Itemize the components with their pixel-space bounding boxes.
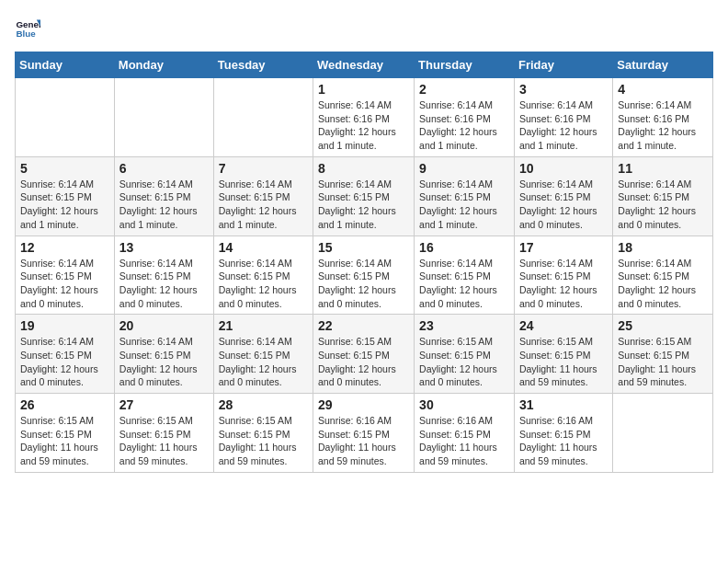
day-info: Sunrise: 6:14 AM Sunset: 6:15 PM Dayligh…: [318, 257, 409, 311]
col-header-friday: Friday: [514, 52, 612, 78]
day-info: Sunrise: 6:14 AM Sunset: 6:15 PM Dayligh…: [219, 178, 308, 232]
calendar-cell: 22Sunrise: 6:15 AM Sunset: 6:15 PM Dayli…: [313, 315, 415, 394]
day-info: Sunrise: 6:15 AM Sunset: 6:15 PM Dayligh…: [519, 335, 608, 389]
day-info: Sunrise: 6:14 AM Sunset: 6:15 PM Dayligh…: [119, 335, 209, 389]
day-number: 29: [318, 397, 409, 412]
day-number: 2: [419, 82, 509, 97]
day-info: Sunrise: 6:14 AM Sunset: 6:15 PM Dayligh…: [419, 257, 509, 311]
day-number: 20: [119, 318, 209, 333]
calendar-cell: 23Sunrise: 6:15 AM Sunset: 6:15 PM Dayli…: [415, 315, 515, 394]
day-info: Sunrise: 6:14 AM Sunset: 6:16 PM Dayligh…: [318, 98, 409, 153]
day-info: Sunrise: 6:14 AM Sunset: 6:15 PM Dayligh…: [519, 178, 608, 232]
svg-text:Blue: Blue: [16, 29, 36, 39]
day-info: Sunrise: 6:15 AM Sunset: 6:15 PM Dayligh…: [318, 335, 409, 389]
day-info: Sunrise: 6:14 AM Sunset: 6:15 PM Dayligh…: [119, 257, 209, 311]
calendar-cell: 4Sunrise: 6:14 AM Sunset: 6:16 PM Daylig…: [613, 78, 713, 157]
calendar-cell: 30Sunrise: 6:16 AM Sunset: 6:15 PM Dayli…: [415, 394, 515, 473]
day-info: Sunrise: 6:14 AM Sunset: 6:15 PM Dayligh…: [119, 178, 209, 232]
calendar-cell: 3Sunrise: 6:14 AM Sunset: 6:16 PM Daylig…: [514, 78, 612, 157]
day-number: 31: [519, 397, 608, 412]
calendar-cell: 7Sunrise: 6:14 AM Sunset: 6:15 PM Daylig…: [213, 156, 313, 236]
calendar-cell: 6Sunrise: 6:14 AM Sunset: 6:15 PM Daylig…: [114, 156, 213, 236]
day-number: 1: [318, 82, 409, 97]
day-info: Sunrise: 6:14 AM Sunset: 6:15 PM Dayligh…: [419, 178, 509, 232]
logo: General Blue: [15, 15, 44, 40]
calendar-cell: 25Sunrise: 6:15 AM Sunset: 6:15 PM Dayli…: [613, 315, 713, 394]
day-number: 25: [618, 318, 708, 333]
calendar-table: SundayMondayTuesdayWednesdayThursdayFrid…: [15, 52, 713, 473]
calendar-cell: 31Sunrise: 6:16 AM Sunset: 6:15 PM Dayli…: [514, 394, 612, 473]
day-number: 12: [20, 240, 109, 255]
day-number: 22: [318, 318, 409, 333]
calendar-cell: 13Sunrise: 6:14 AM Sunset: 6:15 PM Dayli…: [114, 236, 213, 315]
day-number: 11: [618, 161, 708, 176]
day-info: Sunrise: 6:14 AM Sunset: 6:16 PM Dayligh…: [618, 98, 708, 153]
col-header-tuesday: Tuesday: [213, 52, 313, 78]
calendar-cell: 9Sunrise: 6:14 AM Sunset: 6:15 PM Daylig…: [415, 156, 515, 236]
day-number: 28: [219, 397, 308, 412]
day-number: 24: [519, 318, 608, 333]
day-number: 30: [419, 397, 509, 412]
day-number: 9: [419, 161, 509, 176]
day-number: 7: [219, 161, 308, 176]
col-header-sunday: Sunday: [16, 52, 115, 78]
calendar-cell: 24Sunrise: 6:15 AM Sunset: 6:15 PM Dayli…: [514, 315, 612, 394]
calendar-cell: 11Sunrise: 6:14 AM Sunset: 6:15 PM Dayli…: [613, 156, 713, 236]
day-number: 27: [119, 397, 209, 412]
day-info: Sunrise: 6:14 AM Sunset: 6:15 PM Dayligh…: [20, 257, 109, 311]
day-info: Sunrise: 6:14 AM Sunset: 6:15 PM Dayligh…: [219, 257, 308, 311]
day-number: 6: [119, 161, 209, 176]
calendar-cell: 10Sunrise: 6:14 AM Sunset: 6:15 PM Dayli…: [514, 156, 612, 236]
day-number: 23: [419, 318, 509, 333]
calendar-cell: 1Sunrise: 6:14 AM Sunset: 6:16 PM Daylig…: [313, 78, 415, 157]
calendar-cell: 12Sunrise: 6:14 AM Sunset: 6:15 PM Dayli…: [16, 236, 115, 315]
day-info: Sunrise: 6:15 AM Sunset: 6:15 PM Dayligh…: [119, 414, 209, 468]
page-header: General Blue: [15, 15, 713, 40]
calendar-cell: [16, 78, 115, 157]
day-info: Sunrise: 6:14 AM Sunset: 6:16 PM Dayligh…: [419, 98, 509, 153]
calendar-cell: 20Sunrise: 6:14 AM Sunset: 6:15 PM Dayli…: [114, 315, 213, 394]
calendar-cell: 26Sunrise: 6:15 AM Sunset: 6:15 PM Dayli…: [16, 394, 115, 473]
day-number: 14: [219, 240, 308, 255]
calendar-cell: 14Sunrise: 6:14 AM Sunset: 6:15 PM Dayli…: [213, 236, 313, 315]
col-header-saturday: Saturday: [613, 52, 713, 78]
calendar-cell: 27Sunrise: 6:15 AM Sunset: 6:15 PM Dayli…: [114, 394, 213, 473]
calendar-cell: 2Sunrise: 6:14 AM Sunset: 6:16 PM Daylig…: [415, 78, 515, 157]
calendar-cell: 29Sunrise: 6:16 AM Sunset: 6:15 PM Dayli…: [313, 394, 415, 473]
calendar-cell: [213, 78, 313, 157]
day-number: 26: [20, 397, 109, 412]
col-header-thursday: Thursday: [415, 52, 515, 78]
calendar-cell: 28Sunrise: 6:15 AM Sunset: 6:15 PM Dayli…: [213, 394, 313, 473]
day-number: 21: [219, 318, 308, 333]
calendar-cell: 8Sunrise: 6:14 AM Sunset: 6:15 PM Daylig…: [313, 156, 415, 236]
day-number: 4: [618, 82, 708, 97]
calendar-header: SundayMondayTuesdayWednesdayThursdayFrid…: [16, 52, 713, 78]
calendar-cell: 15Sunrise: 6:14 AM Sunset: 6:15 PM Dayli…: [313, 236, 415, 315]
day-number: 17: [519, 240, 608, 255]
calendar-week-2: 5Sunrise: 6:14 AM Sunset: 6:15 PM Daylig…: [16, 156, 713, 236]
calendar-week-1: 1Sunrise: 6:14 AM Sunset: 6:16 PM Daylig…: [16, 78, 713, 157]
day-number: 13: [119, 240, 209, 255]
day-info: Sunrise: 6:14 AM Sunset: 6:15 PM Dayligh…: [219, 335, 308, 389]
calendar-week-5: 26Sunrise: 6:15 AM Sunset: 6:15 PM Dayli…: [16, 394, 713, 473]
day-number: 19: [20, 318, 109, 333]
calendar-cell: 17Sunrise: 6:14 AM Sunset: 6:15 PM Dayli…: [514, 236, 612, 315]
day-info: Sunrise: 6:16 AM Sunset: 6:15 PM Dayligh…: [419, 414, 509, 468]
day-info: Sunrise: 6:14 AM Sunset: 6:15 PM Dayligh…: [20, 178, 109, 232]
day-info: Sunrise: 6:15 AM Sunset: 6:15 PM Dayligh…: [618, 335, 708, 389]
day-info: Sunrise: 6:15 AM Sunset: 6:15 PM Dayligh…: [419, 335, 509, 389]
day-info: Sunrise: 6:15 AM Sunset: 6:15 PM Dayligh…: [219, 414, 308, 468]
day-info: Sunrise: 6:14 AM Sunset: 6:15 PM Dayligh…: [618, 178, 708, 232]
day-info: Sunrise: 6:16 AM Sunset: 6:15 PM Dayligh…: [318, 414, 409, 468]
calendar-cell: 18Sunrise: 6:14 AM Sunset: 6:15 PM Dayli…: [613, 236, 713, 315]
calendar-week-4: 19Sunrise: 6:14 AM Sunset: 6:15 PM Dayli…: [16, 315, 713, 394]
day-info: Sunrise: 6:14 AM Sunset: 6:15 PM Dayligh…: [318, 178, 409, 232]
calendar-week-3: 12Sunrise: 6:14 AM Sunset: 6:15 PM Dayli…: [16, 236, 713, 315]
day-info: Sunrise: 6:15 AM Sunset: 6:15 PM Dayligh…: [20, 414, 109, 468]
day-info: Sunrise: 6:14 AM Sunset: 6:15 PM Dayligh…: [519, 257, 608, 311]
day-info: Sunrise: 6:14 AM Sunset: 6:15 PM Dayligh…: [20, 335, 109, 389]
col-header-monday: Monday: [114, 52, 213, 78]
day-number: 16: [419, 240, 509, 255]
day-number: 18: [618, 240, 708, 255]
day-info: Sunrise: 6:16 AM Sunset: 6:15 PM Dayligh…: [519, 414, 608, 468]
